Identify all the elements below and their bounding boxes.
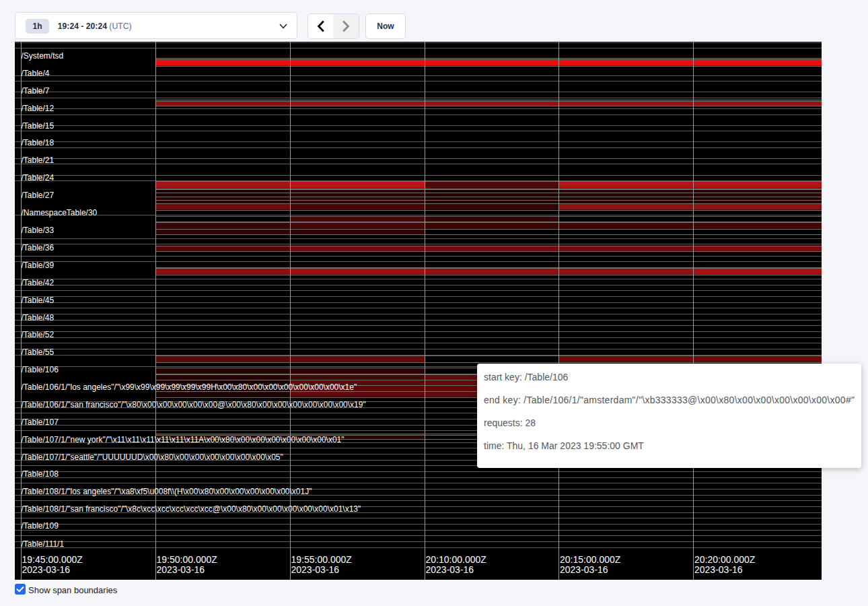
svg-text:/System/tsd: /System/tsd (22, 51, 64, 61)
svg-text:/Table/12: /Table/12 (22, 104, 55, 113)
svg-text:/Table/108/1/"los angeles"/"\x: /Table/108/1/"los angeles"/"\xa8\xf5\u00… (22, 487, 312, 496)
svg-text:/Table/45: /Table/45 (22, 296, 55, 305)
svg-text:/Table/39: /Table/39 (22, 261, 55, 270)
svg-text:/Table/108/1/"san francisco"/": /Table/108/1/"san francisco"/"\x8c\xcc\x… (22, 504, 361, 514)
svg-text:/Table/27: /Table/27 (22, 191, 55, 200)
svg-text:/Table/21: /Table/21 (22, 156, 55, 165)
svg-text:/NamespaceTable/30: /NamespaceTable/30 (22, 208, 98, 217)
svg-text:/Table/52: /Table/52 (22, 330, 55, 339)
svg-text:/Table/107: /Table/107 (22, 417, 59, 427)
svg-text:/Table/109: /Table/109 (22, 521, 59, 531)
svg-text:/Table/107/1/"seattle"/"UUUUUU: /Table/107/1/"seattle"/"UUUUUUD\x00\x80\… (22, 452, 283, 462)
svg-text:/Table/15: /Table/15 (22, 121, 55, 131)
svg-text:/Table/42: /Table/42 (22, 278, 55, 288)
svg-text:2023-03-16: 2023-03-16 (694, 564, 743, 575)
svg-text:/Table/108: /Table/108 (22, 469, 59, 479)
svg-text:/Table/106/1/"los angeles"/"\x: /Table/106/1/"los angeles"/"\x99\x99\x99… (22, 382, 357, 392)
svg-text:/Table/48: /Table/48 (22, 313, 55, 323)
svg-text:/Table/4: /Table/4 (22, 69, 50, 78)
svg-text:/Table/106: /Table/106 (22, 365, 59, 374)
svg-text:/Table/7: /Table/7 (22, 86, 50, 96)
svg-text:/Table/24: /Table/24 (22, 173, 55, 182)
svg-text:/Table/107/1/"new york"/"\x11\: /Table/107/1/"new york"/"\x11\x11\x11\x1… (22, 435, 345, 444)
svg-text:/Table/55: /Table/55 (22, 347, 55, 357)
svg-text:/Table/111/1: /Table/111/1 (22, 539, 65, 549)
svg-text:/Table/33: /Table/33 (22, 226, 55, 235)
svg-text:/Table/106/1/"san francisco"/": /Table/106/1/"san francisco"/"\x80\x00\x… (22, 400, 366, 409)
svg-text:2023-03-16: 2023-03-16 (22, 564, 71, 575)
svg-text:2023-03-16: 2023-03-16 (157, 564, 205, 575)
svg-text:2023-03-16: 2023-03-16 (426, 564, 474, 575)
svg-text:2023-03-16: 2023-03-16 (560, 564, 608, 575)
svg-text:2023-03-16: 2023-03-16 (291, 564, 340, 575)
svg-text:/Table/36: /Table/36 (22, 243, 55, 252)
svg-text:/Table/18: /Table/18 (22, 138, 55, 147)
